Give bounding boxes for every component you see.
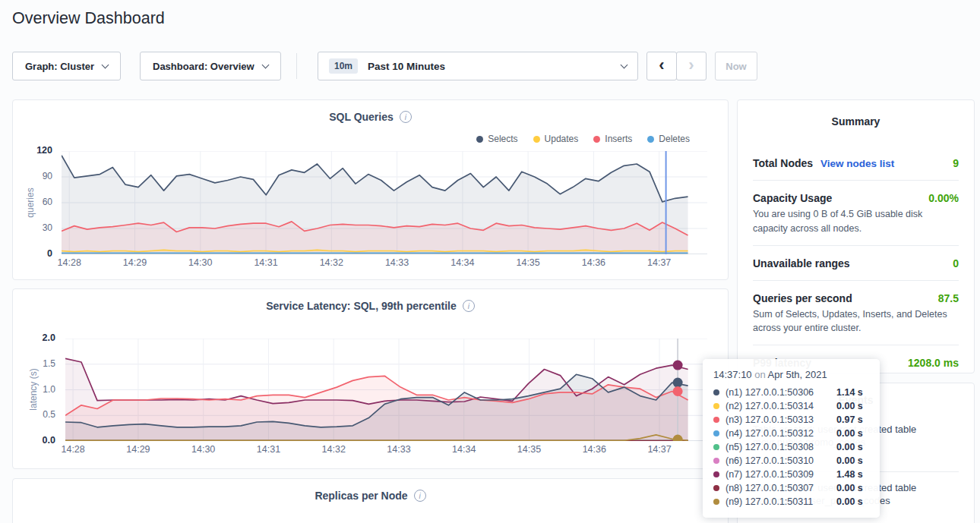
sql-chart-plot[interactable] bbox=[62, 151, 707, 254]
legend-item-inserts[interactable]: Inserts bbox=[593, 134, 632, 144]
chevron-down-icon bbox=[621, 61, 628, 69]
node-dot-icon bbox=[713, 389, 719, 395]
legend-dot-icon bbox=[647, 136, 654, 143]
tooltip-node-label: (n8) 127.0.0.1:50307 bbox=[726, 483, 836, 493]
node-dot-icon bbox=[713, 417, 719, 423]
summary-description: Sum of Selects, Updates, Inserts, and De… bbox=[753, 307, 959, 345]
tooltip-node-row: (n1) 127.0.0.1:50306 1.14 s bbox=[713, 386, 869, 399]
tooltip-node-value: 1.48 s bbox=[836, 469, 863, 480]
tooltip-node-label: (n3) 127.0.0.1:50313 bbox=[726, 414, 836, 425]
time-range-picker[interactable]: 10m Past 10 Minutes bbox=[318, 52, 638, 80]
summary-value: 1208.0 ms bbox=[908, 357, 959, 369]
tooltip-node-label: (n4) 127.0.0.1:50312 bbox=[726, 428, 836, 439]
x-axis-tick: 14:35 bbox=[516, 257, 539, 268]
tooltip-node-label: (n9) 127.0.0.1:50311 bbox=[726, 496, 836, 507]
tooltip-node-row: (n8) 127.0.0.1:50307 0.00 s bbox=[713, 481, 869, 495]
chevron-down-icon bbox=[102, 61, 109, 69]
x-axis-tick: 14:30 bbox=[191, 444, 215, 455]
tooltip-timestamp: 14:37:10 on Apr 5th, 2021 bbox=[713, 369, 869, 380]
summary-label: Capacity Usage bbox=[753, 192, 832, 204]
info-icon[interactable]: i bbox=[414, 490, 426, 502]
sql-queries-panel: SQL Queries i SelectsUpdatesInsertsDelet… bbox=[12, 99, 729, 280]
legend-item-selects[interactable]: Selects bbox=[476, 134, 517, 144]
view-nodes-list-link[interactable]: View nodes list bbox=[820, 158, 894, 169]
tooltip-node-label: (n2) 127.0.0.1:50314 bbox=[726, 401, 836, 411]
node-dot-icon bbox=[713, 485, 719, 491]
latency-y-ticks: 0.00.51.01.52.0 bbox=[13, 339, 60, 441]
graph-dropdown-label: Graph: Cluster bbox=[25, 61, 94, 72]
legend-dot-icon bbox=[533, 136, 540, 143]
y-axis-tick: 0.5 bbox=[8, 409, 55, 420]
tooltip-node-row: (n4) 127.0.0.1:50312 0.00 s bbox=[713, 427, 869, 440]
summary-label: Queries per second bbox=[753, 292, 852, 304]
replicas-per-node-title: Replicas per Node bbox=[315, 490, 407, 502]
tooltip-node-label: (n1) 127.0.0.1:50306 bbox=[726, 387, 836, 398]
now-button-label: Now bbox=[726, 61, 746, 72]
x-axis-tick: 14:36 bbox=[582, 257, 605, 268]
summary-items: Total Nodes View nodes list 9 Capacity U… bbox=[738, 146, 974, 380]
sql-queries-legend: SelectsUpdatesInsertsDeletes bbox=[476, 134, 690, 144]
legend-dot-icon bbox=[476, 136, 483, 143]
chevron-down-icon bbox=[261, 61, 269, 69]
graph-dropdown[interactable]: Graph: Cluster bbox=[12, 52, 121, 80]
tooltip-node-value: 0.00 s bbox=[836, 483, 863, 493]
summary-card: Summary Total Nodes View nodes list 9 Ca… bbox=[737, 99, 975, 373]
summary-item: Queries per second 87.5 Sum of Selects, … bbox=[753, 281, 959, 345]
time-range-badge: 10m bbox=[329, 58, 358, 74]
tooltip-node-value: 0.97 s bbox=[836, 414, 863, 425]
y-axis-tick: 1.5 bbox=[8, 358, 55, 369]
dashboard-dropdown[interactable]: Dashboard: Overview bbox=[140, 52, 281, 80]
summary-item: Total Nodes View nodes list 9 bbox=[753, 146, 959, 180]
sql-chart-svg bbox=[62, 151, 707, 254]
x-axis-tick: 14:35 bbox=[517, 444, 541, 455]
service-latency-title: Service Latency: SQL, 99th percentile bbox=[266, 300, 457, 312]
time-range-label: Past 10 Minutes bbox=[368, 61, 445, 72]
tooltip-node-value: 1.14 s bbox=[836, 387, 863, 398]
y-axis-tick: 30 bbox=[8, 222, 52, 233]
summary-description: You are using 0 B of 4.5 GiB usable disk… bbox=[753, 207, 959, 245]
latency-x-ticks: 14:2814:2914:3014:3114:3214:3314:3414:35… bbox=[65, 444, 707, 456]
x-axis-tick: 14:33 bbox=[387, 444, 410, 455]
now-button[interactable]: Now bbox=[715, 52, 757, 80]
tooltip-node-value: 0.00 s bbox=[836, 428, 863, 439]
legend-item-updates[interactable]: Updates bbox=[533, 134, 579, 144]
tooltip-node-row: (n6) 127.0.0.1:50310 0.00 s bbox=[713, 454, 869, 468]
legend-item-deletes[interactable]: Deletes bbox=[647, 134, 690, 144]
tooltip-node-row: (n3) 127.0.0.1:50313 0.97 s bbox=[713, 413, 869, 427]
latency-chart-svg bbox=[65, 339, 707, 441]
x-axis-tick: 14:33 bbox=[385, 257, 409, 268]
summary-value: 87.5 bbox=[938, 292, 959, 304]
node-dot-icon bbox=[713, 444, 719, 450]
info-icon[interactable]: i bbox=[400, 111, 412, 123]
tooltip-node-value: 0.00 s bbox=[836, 401, 863, 411]
y-axis-tick: 90 bbox=[8, 171, 52, 181]
x-axis-tick: 14:28 bbox=[58, 257, 81, 268]
x-axis-tick: 14:34 bbox=[450, 257, 474, 268]
tooltip-node-value: 0.00 s bbox=[836, 496, 863, 507]
x-axis-tick: 14:28 bbox=[61, 444, 84, 455]
tooltip-node-row: (n9) 127.0.0.1:50311 0.00 s bbox=[713, 495, 869, 509]
y-axis-tick: 2.0 bbox=[8, 332, 55, 343]
x-axis-tick: 14:34 bbox=[452, 444, 476, 455]
y-axis-tick: 0.0 bbox=[8, 435, 55, 446]
time-prev-button[interactable]: ‹ bbox=[646, 52, 677, 80]
service-latency-panel: Service Latency: SQL, 99th percentile i … bbox=[12, 288, 729, 469]
sql-x-ticks: 14:2814:2914:3014:3114:3214:3314:3414:35… bbox=[62, 257, 707, 269]
tooltip-node-label: (n5) 127.0.0.1:50308 bbox=[726, 442, 836, 452]
summary-item: Unavailable ranges 0 bbox=[753, 246, 959, 280]
latency-chart-plot[interactable] bbox=[65, 339, 707, 441]
y-axis-tick: 120 bbox=[8, 145, 52, 156]
tooltip-node-label: (n7) 127.0.0.1:50309 bbox=[726, 469, 836, 480]
x-axis-tick: 14:29 bbox=[123, 257, 147, 268]
node-dot-icon bbox=[713, 430, 719, 436]
info-icon[interactable]: i bbox=[463, 300, 475, 312]
tooltip-node-label: (n6) 127.0.0.1:50310 bbox=[726, 455, 836, 466]
time-next-button[interactable]: › bbox=[676, 52, 707, 80]
legend-dot-icon bbox=[593, 136, 600, 143]
tooltip-rows: (n1) 127.0.0.1:50306 1.14 s (n2) 127.0.0… bbox=[713, 386, 869, 509]
node-dot-icon bbox=[713, 471, 719, 477]
x-axis-tick: 14:32 bbox=[320, 257, 343, 268]
chevron-left-icon: ‹ bbox=[659, 57, 664, 76]
x-axis-tick: 14:32 bbox=[322, 444, 346, 455]
sql-queries-title: SQL Queries bbox=[329, 111, 394, 123]
